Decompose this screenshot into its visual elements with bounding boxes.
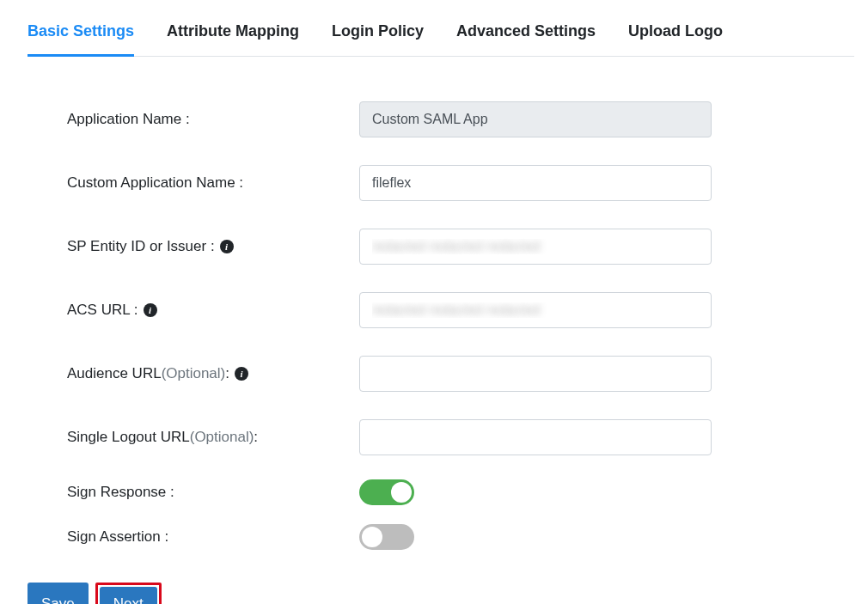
input-single-logout-url[interactable] bbox=[359, 419, 712, 455]
label-sign-assertion: Sign Assertion : bbox=[67, 528, 359, 546]
label-application-name: Application Name : bbox=[67, 111, 359, 128]
next-button[interactable]: Next bbox=[100, 587, 157, 604]
save-button[interactable]: Save bbox=[28, 583, 89, 604]
tab-upload-logo[interactable]: Upload Logo bbox=[628, 22, 723, 57]
toggle-sign-response[interactable] bbox=[359, 479, 414, 505]
input-custom-application-name[interactable] bbox=[359, 165, 712, 201]
tab-basic-settings[interactable]: Basic Settings bbox=[28, 22, 134, 57]
info-icon[interactable]: i bbox=[220, 240, 234, 253]
label-custom-application-name: Custom Application Name : bbox=[67, 174, 359, 192]
label-sp-entity-id: SP Entity ID or Issuer : i bbox=[67, 238, 359, 255]
highlight-frame: Next bbox=[95, 583, 162, 604]
label-single-logout-url: Single Logout URL (Optional) : bbox=[67, 429, 359, 446]
input-application-name bbox=[359, 101, 712, 137]
toggle-sign-assertion[interactable] bbox=[359, 524, 414, 550]
info-icon[interactable]: i bbox=[235, 367, 248, 381]
label-sign-response: Sign Response : bbox=[67, 484, 359, 501]
label-audience-url: Audience URL (Optional) : i bbox=[67, 365, 359, 382]
tab-advanced-settings[interactable]: Advanced Settings bbox=[456, 22, 596, 57]
input-acs-url[interactable] bbox=[359, 292, 712, 328]
info-icon[interactable]: i bbox=[144, 303, 157, 317]
button-bar: Save Next bbox=[14, 583, 854, 604]
form-panel: Application Name : Custom Application Na… bbox=[14, 57, 854, 550]
input-audience-url[interactable] bbox=[359, 356, 712, 392]
tabs: Basic Settings Attribute Mapping Login P… bbox=[28, 0, 854, 57]
input-sp-entity-id[interactable] bbox=[359, 229, 712, 265]
tab-login-policy[interactable]: Login Policy bbox=[332, 22, 424, 57]
label-acs-url: ACS URL : i bbox=[67, 302, 359, 319]
tab-attribute-mapping[interactable]: Attribute Mapping bbox=[167, 22, 299, 57]
